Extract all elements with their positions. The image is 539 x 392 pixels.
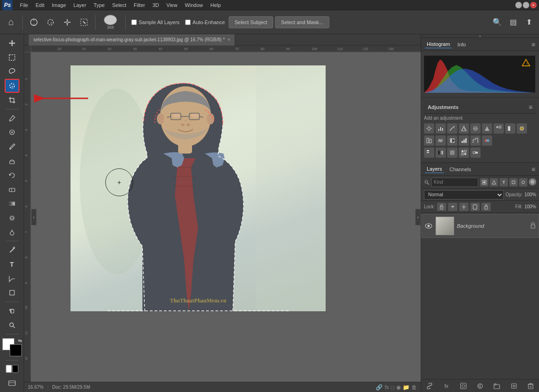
levels-adj-icon[interactable] (436, 123, 446, 134)
zoom-tool[interactable] (5, 318, 19, 332)
collapse-right-arrow[interactable]: ‹ (415, 209, 421, 225)
delete-layer-btn[interactable] (526, 381, 536, 391)
menu-file[interactable]: File (16, 1, 32, 9)
link-layers-btn[interactable] (424, 381, 435, 391)
vibrance-adj-icon[interactable] (470, 123, 481, 134)
extra-adj-icon[interactable] (470, 148, 481, 158)
add-mask-btn[interactable] (458, 381, 468, 391)
status-group-icon[interactable]: 📁 (403, 384, 410, 391)
background-color[interactable] (10, 344, 22, 356)
status-link-icon[interactable]: 🔗 (376, 384, 383, 391)
layers-tab[interactable]: Layers (425, 165, 444, 173)
clone-tool[interactable] (5, 154, 19, 168)
sample-all-layers-checkbox[interactable] (131, 19, 137, 25)
menu-edit[interactable]: Edit (32, 1, 48, 9)
colorbalance-adj-icon[interactable] (494, 123, 504, 134)
threshold-adj-icon[interactable] (470, 135, 481, 146)
blur-tool[interactable] (5, 211, 19, 225)
quick-select-tool[interactable]: + (5, 79, 19, 93)
crop-tool[interactable] (5, 93, 19, 107)
marquee-tool[interactable] (5, 51, 19, 64)
pattern-adj-icon[interactable] (459, 148, 469, 158)
eyedropper-tool[interactable] (5, 111, 19, 125)
invert-adj-icon[interactable] (447, 135, 457, 146)
toggle-filter-icon[interactable] (529, 178, 536, 186)
lock-image-btn[interactable] (448, 203, 457, 211)
type-filter-icon[interactable]: T (500, 178, 508, 186)
pixel-filter-icon[interactable] (480, 178, 488, 186)
selectivecolor-adj-icon[interactable] (482, 135, 492, 146)
shape-tool[interactable] (5, 286, 19, 300)
bw-adj-icon[interactable] (505, 123, 515, 134)
quick-select-btn[interactable]: + (43, 15, 58, 30)
menu-3d[interactable]: 3D (149, 1, 163, 9)
type-tool[interactable]: T (5, 257, 19, 271)
adjustments-menu-icon[interactable]: ≡ (529, 103, 533, 111)
move-tool[interactable] (5, 36, 19, 50)
pen-tool[interactable] (5, 243, 19, 257)
collapse-left-arrow[interactable]: › (31, 209, 37, 225)
gradient-tool[interactable] (5, 197, 19, 211)
lasso-tool[interactable] (5, 64, 19, 78)
history-tool[interactable] (5, 168, 19, 182)
new-group-btn[interactable] (492, 381, 502, 391)
menu-layer[interactable]: Layer (70, 1, 90, 9)
histogram-menu-icon[interactable]: ≡ (532, 41, 535, 48)
shape-filter-icon[interactable] (509, 178, 518, 186)
object-select-btn[interactable] (77, 15, 91, 30)
layer-visibility-btn[interactable] (424, 222, 433, 230)
status-adjustment-icon[interactable]: ◉ (396, 384, 401, 391)
fill-value[interactable]: 100% (524, 204, 536, 209)
magic-wand-btn[interactable] (60, 15, 75, 30)
smartobj-filter-icon[interactable] (519, 178, 527, 186)
quick-mask-btn[interactable] (5, 362, 19, 376)
photofilter-adj-icon[interactable] (517, 123, 527, 134)
blend-mode-select[interactable]: Normal (424, 190, 504, 199)
lock-position-btn[interactable] (459, 203, 468, 211)
channelmixer-adj-icon[interactable] (424, 135, 434, 146)
menu-select[interactable]: Select (109, 1, 130, 9)
tab-close-btn[interactable]: × (228, 37, 231, 42)
menu-view[interactable]: View (163, 1, 181, 9)
sample-all-layers-label[interactable]: Sample All Layers (139, 19, 180, 25)
new-fill-adj-btn[interactable] (475, 381, 485, 391)
solidcolor-adj-icon[interactable] (447, 148, 457, 158)
layers-menu-icon[interactable]: ≡ (532, 166, 535, 173)
new-layer-btn[interactable] (509, 381, 519, 391)
histogram-tab[interactable]: Histogram (425, 40, 452, 48)
hsl-adj-icon[interactable] (482, 123, 492, 134)
selection-tool-btn[interactable] (26, 15, 41, 30)
menu-filter[interactable]: Filter (130, 1, 148, 9)
colorlookup-adj-icon[interactable] (436, 135, 446, 146)
select-and-mask-button[interactable]: Select and Mask... (275, 16, 329, 28)
adjustment-filter-icon[interactable] (490, 178, 498, 186)
status-fx-icon[interactable]: fx (385, 384, 389, 391)
search-button[interactable]: 🔍 (491, 16, 504, 29)
posterize-adj-icon[interactable] (459, 135, 469, 146)
menu-type[interactable]: Type (90, 1, 109, 9)
menu-image[interactable]: Image (48, 1, 70, 9)
maximize-btn[interactable]: □ (523, 2, 529, 8)
menu-help[interactable]: Help (207, 1, 225, 9)
layers-kind-filter[interactable]: Kind (431, 178, 478, 187)
document-tab[interactable]: selective-focus-photograph-of-man-wearin… (29, 34, 235, 45)
status-delete-icon[interactable]: 🗑 (411, 384, 417, 391)
workspace-button[interactable]: ▤ (507, 16, 520, 29)
lock-all-btn[interactable] (481, 203, 491, 211)
lock-artboard-btn[interactable] (470, 203, 480, 211)
channels-tab[interactable]: Channels (448, 166, 473, 173)
layer-background[interactable]: Background (421, 214, 539, 238)
select-subject-button[interactable]: Select Subject (229, 16, 273, 28)
status-mask-icon[interactable]: □ (391, 384, 394, 391)
gradient2-adj-icon[interactable] (436, 148, 446, 158)
curves-adj-icon[interactable] (447, 123, 457, 134)
dodge-tool[interactable] (5, 225, 19, 239)
healing-tool[interactable] (5, 126, 19, 140)
menu-window[interactable]: Window (181, 1, 206, 9)
canvas-viewport[interactable]: + ThuThuatPhanMem.vn › ‹ (31, 52, 421, 382)
auto-enhance-label[interactable]: Auto-Enhance (192, 19, 225, 25)
screen-mode-btn[interactable] (5, 376, 19, 390)
info-tab[interactable]: Info (456, 41, 468, 48)
close-btn[interactable]: × (530, 2, 537, 8)
path-select-tool[interactable] (5, 272, 19, 286)
